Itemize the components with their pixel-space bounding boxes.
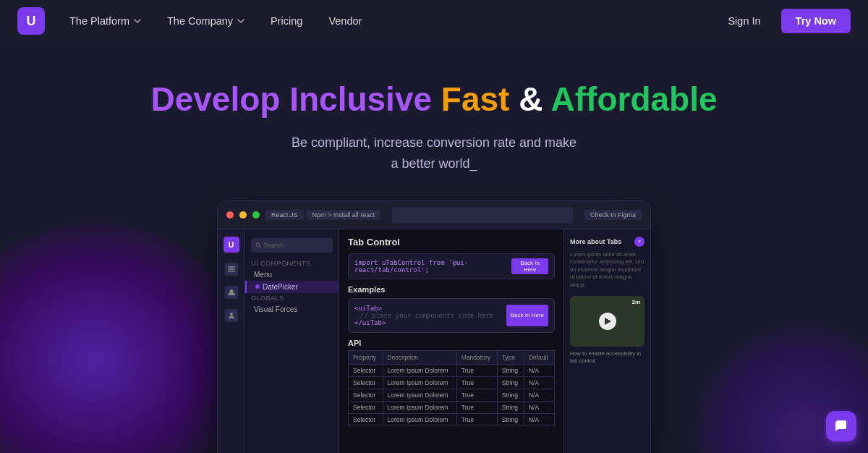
table-cell: String bbox=[497, 401, 524, 413]
sidebar-icon-user[interactable] bbox=[225, 286, 238, 299]
nav-company[interactable]: The Company bbox=[154, 0, 258, 42]
nav-item-menu[interactable]: Menu bbox=[245, 268, 339, 281]
table-row: SelectorLorem Ipsum DoloremTrueStringN/A bbox=[349, 376, 555, 389]
sidebar-icon-menu[interactable] bbox=[225, 263, 238, 276]
table-cell: True bbox=[456, 364, 497, 376]
table-cell: N/A bbox=[524, 401, 554, 413]
sign-in-button[interactable]: Sign In bbox=[719, 11, 769, 31]
app-nav-tree: Search UI Components Menu DatePicker Glo… bbox=[245, 229, 339, 453]
api-label: API bbox=[348, 339, 555, 347]
nav-item-datepicker-label: DatePicker bbox=[263, 283, 298, 291]
svg-point-5 bbox=[256, 243, 260, 247]
chat-icon bbox=[834, 419, 848, 433]
svg-point-4 bbox=[230, 313, 233, 316]
tag-open: <uiTab> bbox=[354, 305, 382, 312]
api-col-mandatory: Mandatory bbox=[456, 350, 497, 364]
panel-header: More about Tabs × bbox=[570, 237, 644, 247]
api-col-description: Description bbox=[383, 350, 456, 364]
table-cell: Selector bbox=[349, 413, 383, 426]
table-cell: True bbox=[456, 413, 497, 426]
table-cell: Selector bbox=[349, 376, 383, 389]
try-now-button[interactable]: Try Now bbox=[781, 9, 851, 33]
copy-import-button[interactable]: Back In Here bbox=[511, 258, 548, 274]
nav-links: The Platform The Company Pricing Vendor bbox=[56, 0, 719, 42]
sidebar-logo[interactable]: U bbox=[224, 237, 239, 253]
browser-tab-reactjs[interactable]: React.JS bbox=[265, 210, 304, 220]
title-fast: Fast bbox=[441, 80, 510, 118]
table-row: SelectorLorem Ipsum DoloremTrueStringN/A bbox=[349, 364, 555, 376]
chevron-down-icon bbox=[134, 17, 141, 25]
nav-item-datepicker[interactable]: DatePicker bbox=[245, 281, 339, 293]
content-title: Tab Control bbox=[348, 237, 555, 247]
svg-rect-2 bbox=[228, 271, 235, 272]
hero-section: Develop Inclusive Fast & Affordable Be c… bbox=[0, 42, 868, 453]
svg-line-6 bbox=[260, 246, 261, 247]
sidebar-icon-person[interactable] bbox=[225, 309, 238, 322]
table-cell: String bbox=[497, 389, 524, 401]
play-icon bbox=[605, 318, 611, 325]
table-cell: N/A bbox=[524, 389, 554, 401]
title-inclusive: Inclusive bbox=[289, 80, 432, 118]
copy-example-button[interactable]: Back In Here bbox=[506, 305, 548, 326]
panel-close-button[interactable]: × bbox=[634, 237, 644, 247]
table-cell: True bbox=[456, 401, 497, 413]
panel-title: More about Tabs bbox=[570, 238, 621, 245]
code-comment: // place your components code here bbox=[360, 312, 493, 319]
nav-platform[interactable]: The Platform bbox=[56, 0, 154, 42]
table-row: SelectorLorem Ipsum DoloremTrueStringN/A bbox=[349, 413, 555, 426]
table-cell: Lorem Ipsum Dolorem bbox=[383, 364, 456, 376]
browser-dot-red bbox=[226, 211, 234, 219]
table-cell: Lorem Ipsum Dolorem bbox=[383, 413, 456, 426]
import-code-block: import uTabControl from '@ui-react/tab/c… bbox=[348, 253, 555, 279]
table-cell: String bbox=[497, 376, 524, 389]
app-layout: U bbox=[218, 229, 650, 453]
browser-url-bar[interactable] bbox=[392, 207, 573, 223]
app-main-content: Tab Control import uTabControl from '@ui… bbox=[339, 229, 563, 453]
table-row: SelectorLorem Ipsum DoloremTrueStringN/A bbox=[349, 389, 555, 401]
svg-rect-0 bbox=[228, 266, 235, 268]
title-develop: Develop bbox=[150, 80, 280, 118]
nav-item-visual[interactable]: Visual Forces bbox=[245, 303, 339, 316]
tag-close: </uiTab> bbox=[354, 319, 386, 326]
app-mockup: React.JS Npm > Install all react Check I… bbox=[217, 200, 651, 453]
table-cell: String bbox=[497, 364, 524, 376]
chat-widget-button[interactable] bbox=[826, 411, 856, 441]
hero-subtitle: Be compliant, increase conversion rate a… bbox=[292, 132, 576, 174]
main-nav: U The Platform The Company Pricing Vendo… bbox=[0, 0, 868, 42]
title-affordable: Affordable bbox=[551, 80, 718, 118]
nav-section-globals: Globals bbox=[245, 293, 339, 303]
hero-title: Develop Inclusive Fast & Affordable bbox=[150, 80, 717, 119]
browser-tab-npm[interactable]: Npm > Install all react bbox=[307, 210, 381, 220]
nav-pricing[interactable]: Pricing bbox=[258, 0, 315, 42]
table-cell: N/A bbox=[524, 413, 554, 426]
browser-tabs: React.JS Npm > Install all react bbox=[265, 210, 380, 220]
table-cell: String bbox=[497, 413, 524, 426]
nav-item-menu-label: Menu bbox=[254, 271, 272, 279]
table-row: SelectorLorem Ipsum DoloremTrueStringN/A bbox=[349, 401, 555, 413]
video-thumbnail[interactable]: 2m bbox=[570, 296, 644, 347]
table-cell: Lorem Ipsum Dolorem bbox=[383, 389, 456, 401]
api-col-type: Type bbox=[497, 350, 524, 364]
table-cell: Selector bbox=[349, 401, 383, 413]
import-code-text: import uTabControl from '@ui-react/tab/c… bbox=[354, 259, 511, 274]
logo[interactable]: U bbox=[17, 7, 45, 35]
nav-right: Sign In Try Now bbox=[719, 9, 851, 33]
nav-active-dot bbox=[255, 284, 260, 289]
svg-rect-1 bbox=[228, 268, 235, 270]
nav-item-visual-label: Visual Forces bbox=[254, 305, 297, 313]
api-col-property: Property bbox=[349, 350, 383, 364]
api-table: Property Description Mandatory Type Defa… bbox=[348, 350, 555, 426]
panel-text: Lorem ipsum dolor sit amet, consectetur … bbox=[570, 251, 644, 289]
table-cell: N/A bbox=[524, 364, 554, 376]
table-cell: True bbox=[456, 376, 497, 389]
nav-search-placeholder: Search bbox=[263, 242, 284, 249]
table-cell: Selector bbox=[349, 389, 383, 401]
browser-tab-figma[interactable]: Check In Figma bbox=[584, 210, 642, 220]
api-col-default: Default bbox=[524, 350, 554, 364]
app-icon-sidebar: U bbox=[218, 229, 245, 453]
nav-tree-search[interactable]: Search bbox=[251, 238, 333, 253]
example-code-content: <uiTab> // place your components code he… bbox=[354, 305, 493, 326]
nav-vendor[interactable]: Vendor bbox=[315, 0, 375, 42]
table-cell: Lorem Ipsum Dolorem bbox=[383, 376, 456, 389]
play-button[interactable] bbox=[599, 313, 616, 330]
